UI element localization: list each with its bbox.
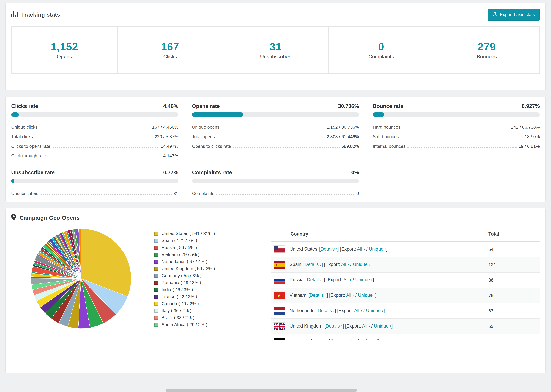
legend-swatch [154, 302, 158, 306]
stat-box-opens: 1,152Opens [12, 27, 117, 73]
export-basic-stats-button[interactable]: Export basic stats [488, 8, 540, 21]
stat-box-clicks: 167Clicks [117, 27, 223, 73]
rate-row-label: Click through rate [11, 153, 46, 159]
table-row-united-states: United States [Details ›] [Export: All ›… [271, 242, 540, 257]
tracking-stats-card: Tracking stats Export basic stats 1,152O… [6, 3, 545, 91]
rate-row-label: Total clicks [11, 134, 33, 139]
country-cell: Russia [Details ›] [Export: All › / Uniq… [271, 273, 486, 288]
rates-grid: Clicks rate4.46%Unique clicks167 / 4.456… [11, 102, 540, 196]
dotted-leader [407, 147, 517, 147]
country-name: United States [290, 246, 317, 252]
country-cell: United States [Details ›] [Export: All ›… [271, 242, 486, 257]
rate-block-opens-rate: Opens rate30.736%Unique opens1,152 / 30.… [192, 103, 359, 159]
export-unique-link[interactable]: Unique › [358, 293, 375, 298]
flag-icon-nl [273, 307, 285, 315]
country-total: 86 [486, 273, 540, 288]
rate-stat-row: Soft bounces18 / 0% [373, 130, 540, 139]
legend-item-brazil: Brazil ( 33 / 2% ) [154, 314, 257, 321]
legend-swatch [154, 260, 158, 264]
tracking-stats-title-text: Tracking stats [21, 11, 60, 18]
country-column-header: Country [271, 227, 486, 242]
tracking-stats-title: Tracking stats [11, 11, 60, 18]
rate-rows: Unique opens1,152 / 30.736%Total opens2,… [192, 120, 359, 149]
export-button-label: Export basic stats [500, 12, 535, 17]
dotted-leader [216, 138, 325, 138]
geo-title-text: Campaign Geo Opens [20, 215, 80, 221]
legend-label: Spain ( 121 / 7% ) [162, 238, 197, 243]
geo-pie-chart [11, 227, 132, 329]
export-all-link[interactable]: All › [343, 277, 352, 282]
details-link[interactable]: Details › [318, 308, 335, 313]
details-link[interactable]: Details › [304, 262, 322, 267]
details-link[interactable]: Details › [326, 323, 343, 329]
rate-row-value: 19 / 6.81% [518, 144, 540, 149]
rate-value: 0% [351, 169, 359, 176]
flag-icon-de [273, 338, 285, 340]
rate-block-unsubscribe-rate: Unsubscribe rate0.77%Unsubscribes31 [11, 169, 178, 196]
legend-swatch [154, 281, 158, 285]
flag-icon-es [273, 261, 285, 268]
dotted-leader [233, 147, 340, 147]
country-total: 59 [486, 319, 540, 334]
rates-card: Clicks rate4.46%Unique clicks167 / 4.456… [6, 97, 545, 202]
rate-stat-row: Hard bounces242 / 86.738% [373, 120, 540, 130]
legend-swatch [154, 253, 158, 257]
export-unique-link[interactable]: Unique › [374, 323, 391, 329]
horizontal-scrollbar-thumb[interactable] [166, 389, 357, 392]
export-all-link[interactable]: All › [354, 308, 362, 313]
dotted-leader [216, 195, 355, 195]
details-link[interactable]: Details › [310, 293, 327, 298]
rate-row-value: 18 / 0% [525, 134, 540, 139]
legend-label: Romania ( 49 / 3% ) [162, 280, 201, 285]
export-all-link[interactable]: All › [341, 262, 349, 267]
rate-head: Bounce rate6.927% [373, 103, 540, 109]
rate-row-label: Hard bounces [373, 125, 400, 130]
export-all-link[interactable]: All › [348, 339, 356, 340]
details-link[interactable]: Details › [307, 277, 324, 282]
legend-swatch [154, 274, 158, 278]
progress-bar-fill [373, 112, 384, 117]
rate-head: Clicks rate4.46% [11, 103, 178, 109]
dotted-leader [48, 157, 162, 157]
legend-item-vietnam: Vietnam ( 79 / 5% ) [154, 251, 257, 258]
export-all-link[interactable]: All › [346, 293, 354, 298]
rate-stat-row: Unique clicks167 / 4.456% [11, 120, 178, 130]
geo-table-container[interactable]: Country Total United States [Details ›] … [271, 227, 540, 340]
geo-header: Campaign Geo Opens [11, 214, 540, 222]
export-icon [493, 12, 497, 18]
progress-bar-fill [11, 179, 14, 183]
export-all-link[interactable]: All › [362, 323, 370, 329]
rate-row-value: 220 / 5.87% [155, 134, 178, 139]
progress-bar [192, 179, 359, 183]
rate-value: 6.927% [522, 103, 540, 109]
country-name: Russia [290, 277, 304, 282]
rate-rows: Hard bounces242 / 86.738%Soft bounces18 … [373, 120, 540, 149]
rate-row-label: Unique opens [192, 125, 219, 130]
export-unique-link[interactable]: Unique › [355, 277, 373, 282]
legend-label: Germany ( 55 / 3% ) [162, 273, 202, 278]
legend-item-italy: Italy ( 36 / 2% ) [154, 307, 257, 314]
rate-stat-row: Opens to clicks rate689.82% [192, 139, 359, 149]
legend-item-russia: Russia ( 86 / 5% ) [154, 244, 257, 251]
export-all-link[interactable]: All › [357, 246, 365, 252]
geo-title: Campaign Geo Opens [11, 214, 80, 222]
legend-label: South Africa ( 29 / 2% ) [162, 322, 207, 327]
legend-label: United States ( 541 / 31% ) [162, 231, 215, 236]
export-unique-link[interactable]: Unique › [353, 262, 370, 267]
progress-bar-fill [11, 112, 19, 117]
rate-row-label: Soft bounces [373, 134, 399, 139]
legend-swatch [154, 288, 158, 292]
dotted-leader [221, 128, 325, 128]
export-unique-link[interactable]: Unique › [360, 339, 377, 340]
export-unique-link[interactable]: Unique › [366, 308, 383, 313]
details-link[interactable]: Details › [312, 339, 329, 340]
total-column-header: Total [486, 227, 540, 242]
details-link[interactable]: Details › [320, 246, 338, 252]
legend-label: United Kingdom ( 59 / 3% ) [162, 266, 215, 271]
rate-rows: Unique clicks167 / 4.456%Total clicks220… [11, 120, 178, 159]
rate-row-value: 0 [357, 191, 359, 196]
legend-item-united-kingdom: United Kingdom ( 59 / 3% ) [154, 265, 257, 272]
rate-value: 30.736% [338, 103, 359, 109]
progress-bar-fill [192, 112, 243, 117]
export-unique-link[interactable]: Unique › [369, 246, 386, 252]
